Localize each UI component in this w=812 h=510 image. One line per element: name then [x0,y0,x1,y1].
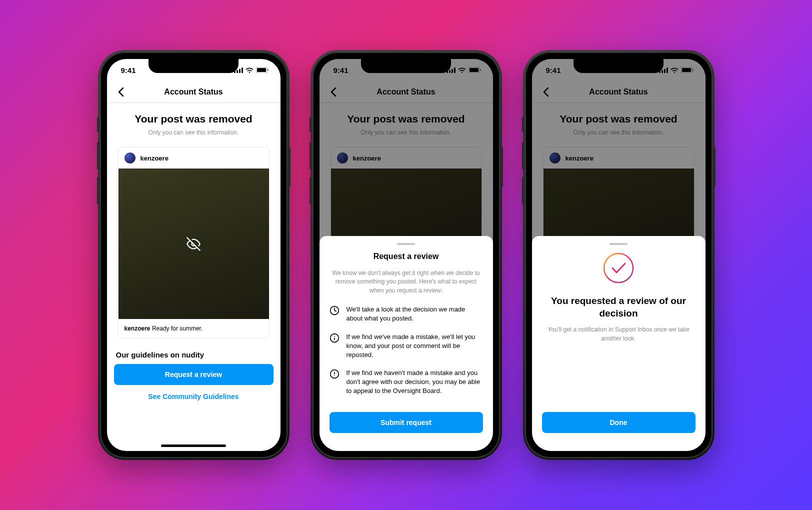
status-icons [234,67,268,73]
back-button[interactable] [114,85,128,99]
request-review-sheet: Request a review We know we don't always… [320,236,493,451]
see-guidelines-link[interactable]: See Community Guidelines [114,392,274,400]
sheet-intro: We know we don't always get it right whe… [330,269,483,295]
post-image-hidden [118,168,269,319]
home-indicator[interactable] [161,444,226,447]
avatar [124,152,136,164]
submit-request-button[interactable]: Submit request [330,412,483,433]
sheet-item-text: We'll take a look at the decision we mad… [346,305,483,323]
svg-rect-3 [242,68,243,73]
removed-heading: Your post was removed [114,113,274,125]
post-header: kenzoere [118,148,269,168]
sheet-item-text: If we find we've made a mistake, we'll l… [346,332,483,360]
clock-icon [330,306,340,316]
battery-icon [256,67,268,73]
post-caption: kenzoere Ready for summer. [118,319,269,338]
svg-point-29 [604,254,633,282]
confirm-subtitle: You'll get a notification in Support Inb… [542,326,696,343]
nav-bar: Account Status [107,81,280,103]
confirm-title: You requested a review of our decision [542,295,696,320]
done-button[interactable]: Done [542,412,696,433]
confirmation-sheet: You requested a review of our decision Y… [532,236,706,451]
caption-username: kenzoere [124,325,150,332]
svg-rect-2 [239,69,240,73]
success-check-icon [602,252,634,284]
sheet-item-alert: If we find we haven't made a mistake and… [330,368,483,396]
page-title: Account Status [107,88,280,96]
eye-off-icon [186,237,200,251]
request-review-button[interactable]: Request a review [114,364,274,385]
alert-icon [330,369,340,379]
wifi-icon [246,68,254,73]
sheet-item-text: If we find we haven't made a mistake and… [346,368,483,396]
sheet-drag-handle[interactable] [397,243,415,245]
removed-subheading: Only you can see this information. [114,129,274,136]
post-username: kenzoere [140,154,168,162]
svg-rect-6 [268,69,268,71]
status-time: 9:41 [121,66,136,74]
sheet-item-info: If we find we've made a mistake, we'll l… [330,332,483,360]
sheet-item-clock: We'll take a look at the decision we mad… [330,305,483,323]
phone-mockup-1: 9:41 Account Status Your post was remove… [100,52,288,458]
post-card: kenzoere kenzoere Ready for summer. [118,147,270,338]
info-icon [330,333,340,343]
sheet-drag-handle[interactable] [610,243,628,245]
chevron-left-icon [118,87,124,97]
svg-rect-1 [236,70,238,73]
svg-rect-5 [257,68,266,72]
sheet-title: Request a review [330,252,483,261]
phone-mockup-3: 9:41 Account Status Your post was remove… [525,52,712,458]
phone-mockup-2: 9:41 Account Status Your post was remove… [312,52,500,458]
guidelines-section-title: Our guidelines on nudity [114,350,274,364]
caption-text: Ready for summer. [152,325,202,332]
